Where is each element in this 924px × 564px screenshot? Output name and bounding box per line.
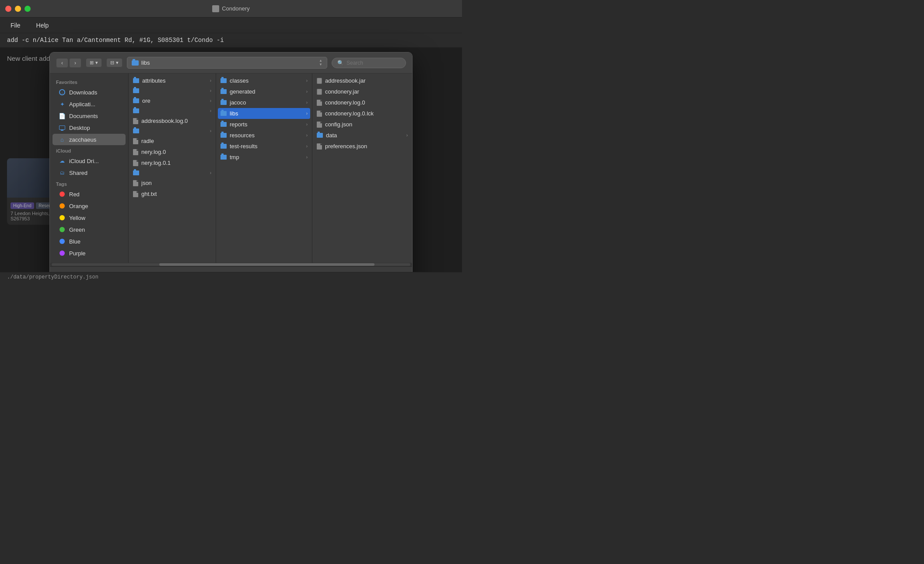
file-item-configjson[interactable]: config.json [312,119,412,130]
chevron-right-icon: › [306,89,308,94]
horizontal-scrollbar[interactable] [50,263,412,266]
file-item-name: ght.txt [141,191,211,197]
sidebar-icloud-label: iCloud Dri... [69,158,99,164]
file-item-nerylog0[interactable]: nery.log.0 [129,146,216,157]
close-button[interactable] [5,6,11,12]
maximize-button[interactable] [24,6,31,12]
file-column-2: classes › generated › jacoco › [216,73,312,263]
folder-icon [133,171,139,175]
sidebar-item-blue[interactable]: Blue [52,236,126,247]
file-icon [317,143,322,150]
file-item-empty2[interactable]: › [129,106,216,115]
chevron-right-icon: › [406,133,408,138]
file-item-condoneryjar[interactable]: condonery.jar [312,86,412,97]
sidebar-item-downloads[interactable]: Downloads [52,87,126,98]
nav-back-button[interactable]: ‹ [56,58,68,68]
file-item-testresults[interactable]: test-results › [216,141,312,152]
file-item-name: nery.log.0 [141,149,211,155]
menu-help[interactable]: Help [33,20,52,31]
file-item-jacoco[interactable]: jacoco › [216,97,312,108]
minimize-button[interactable] [15,6,21,12]
sidebar-shared-label: Shared [69,170,88,176]
file-item-addressbooklog[interactable]: addressbook.log.0 [129,115,216,126]
chevron-right-icon: › [306,100,308,105]
file-item-condonerylog0[interactable]: condonery.log.0 [312,97,412,108]
sidebar-item-icloud[interactable]: ☁ iCloud Dri... [52,155,126,167]
docs-icon: 📄 [59,112,66,119]
file-item-name: generated [230,88,303,95]
search-bar[interactable]: 🔍 [332,58,406,68]
file-item-nerylog01[interactable]: nery.log.0.1 [129,157,216,168]
nav-forward-button[interactable]: › [69,58,81,68]
orange-dot-icon [59,202,66,209]
sidebar-icloud-title: iCloud [50,146,128,155]
file-item-empty3[interactable]: › [129,126,216,136]
red-dot-icon [59,191,66,198]
sidebar-item-purple[interactable]: Purple [52,247,126,259]
sidebar-item-shared[interactable]: 🗂 Shared [52,167,126,178]
folder-icon [220,144,227,149]
file-dialog: ‹ › ⊞ ▾ ⊟ ▾ libs ▲ [49,52,413,282]
file-item-radle[interactable]: radle [129,136,216,146]
file-item-data[interactable]: data › [312,130,412,141]
sidebar-item-orange[interactable]: Orange [52,200,126,212]
file-icon [317,111,322,117]
scrollbar-thumb[interactable] [159,263,374,266]
file-item-name: condonery.log.0.lck [325,110,408,117]
file-item-condonerylog0lck[interactable]: condonery.log.0.lck [312,108,412,119]
grid-view-button[interactable]: ⊟ ▾ [106,58,122,67]
folder-icon [133,78,139,83]
jar-icon [317,78,322,84]
chevron-right-icon: › [306,155,308,160]
file-icon [133,138,138,144]
file-item-name: radle [141,138,211,144]
file-icon [133,191,138,197]
sidebar-item-red[interactable]: Red [52,188,126,200]
file-item-libs[interactable]: libs › [218,108,310,119]
file-item-empty4[interactable]: › [129,168,216,178]
sidebar-red-label: Red [69,191,80,198]
sidebar-item-documents[interactable]: 📄 Documents [52,110,126,122]
folder-icon [317,133,323,138]
file-item-name: tmp [230,154,303,160]
file-item-addressbookjar[interactable]: addressbook.jar [312,75,412,86]
chevron-right-icon: › [210,78,211,83]
file-item-tmp[interactable]: tmp › [216,152,312,163]
file-item-classes[interactable]: classes › [216,75,312,86]
file-item-name: config.json [325,121,408,128]
download-icon [59,89,66,96]
chevron-right-icon: › [210,108,211,113]
sidebar-item-desktop[interactable]: Desktop [52,122,126,133]
file-item-name: data [326,132,403,139]
file-item-reports[interactable]: reports › [216,119,312,130]
search-input[interactable] [346,60,399,66]
sidebar-item-applications[interactable]: ✦ Applicati... [52,98,126,110]
folder-icon [220,111,227,116]
file-item-name: libs [230,110,303,117]
sidebar-item-yellow[interactable]: Yellow [52,212,126,223]
app-icon [212,5,219,12]
file-item-name: condonery.log.0 [325,99,408,106]
file-item-preferencesjson[interactable]: preferences.json [312,141,412,152]
sidebar-tags-title: Tags [50,179,128,188]
column-view-button[interactable]: ⊞ ▾ [86,58,102,67]
file-icon [133,160,138,166]
file-item-ore[interactable]: ore › [129,95,216,106]
sidebar-documents-label: Documents [69,113,98,119]
location-arrows: ▲ ▼ [319,59,322,66]
sidebar-orange-label: Orange [69,203,88,209]
file-item-json[interactable]: json [129,178,216,188]
file-item-generated[interactable]: generated › [216,86,312,97]
menu-file[interactable]: File [7,20,24,31]
file-item-empty1[interactable]: › [129,86,216,95]
jar-icon [317,89,322,95]
file-item-resources[interactable]: resources › [216,130,312,141]
file-item-attributes[interactable]: attributes › [129,75,216,86]
sidebar-item-zacchaeus[interactable]: ⌂ zacchaeus [52,134,126,145]
file-icon [317,100,322,106]
file-item-name: jacoco [230,99,303,106]
file-item-ghttxt[interactable]: ght.txt [129,188,216,199]
sidebar-item-green[interactable]: Green [52,224,126,235]
location-bar[interactable]: libs ▲ ▼ [127,57,327,69]
folder-icon [220,122,227,127]
